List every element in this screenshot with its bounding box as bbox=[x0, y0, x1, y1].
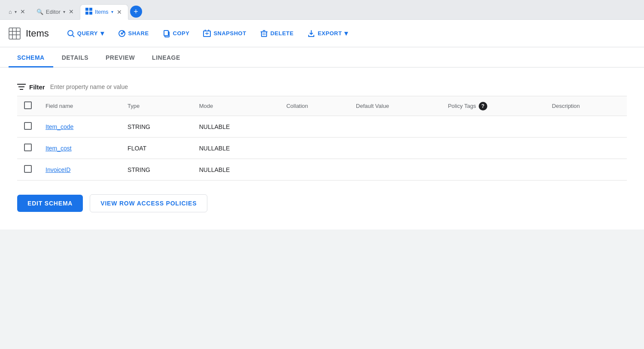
snapshot-label: SNAPSHOT bbox=[213, 30, 246, 37]
description-header: Description bbox=[545, 96, 627, 116]
tab-home[interactable]: ⌂ ▾ ✕ bbox=[3, 4, 31, 19]
field-name-header: Field name bbox=[39, 96, 121, 116]
row1-policy-tags bbox=[441, 116, 545, 138]
tab-preview[interactable]: PREVIEW bbox=[97, 47, 143, 67]
row3-type: STRING bbox=[121, 159, 192, 181]
tab-editor-close[interactable]: ✕ bbox=[68, 7, 75, 16]
view-row-access-button[interactable]: VIEW ROW ACCESS POLICIES bbox=[90, 194, 207, 212]
row1-checkbox[interactable] bbox=[24, 122, 32, 130]
row2-collation bbox=[279, 138, 349, 159]
select-all-checkbox[interactable] bbox=[24, 101, 32, 109]
items-tab-icon bbox=[85, 8, 92, 16]
query-dropdown-icon[interactable]: ▾ bbox=[100, 29, 104, 37]
row3-description bbox=[545, 159, 627, 181]
svg-rect-20 bbox=[261, 32, 267, 37]
svg-rect-4 bbox=[9, 28, 20, 39]
title-area: Items bbox=[9, 28, 49, 40]
edit-schema-button[interactable]: EDIT SCHEMA bbox=[17, 195, 83, 212]
copy-label: COPY bbox=[173, 30, 190, 37]
row3-mode: NULLABLE bbox=[192, 159, 279, 181]
row2-description bbox=[545, 138, 627, 159]
row3-default-value bbox=[349, 159, 441, 181]
share-label: SHARE bbox=[128, 30, 149, 37]
row1-type: STRING bbox=[121, 116, 192, 138]
row3-collation bbox=[279, 159, 349, 181]
collation-header: Collation bbox=[279, 96, 349, 116]
main-content: Filter Field name Type Mode Collatio bbox=[0, 67, 644, 230]
row2-field-name[interactable]: Item_cost bbox=[39, 138, 121, 159]
tab-home-close[interactable]: ✕ bbox=[19, 7, 26, 16]
tab-editor-label: Editor bbox=[46, 9, 61, 15]
tab-details[interactable]: DETAILS bbox=[53, 47, 97, 67]
tab-home-dropdown[interactable]: ▾ bbox=[15, 9, 17, 14]
bottom-buttons: EDIT SCHEMA VIEW ROW ACCESS POLICIES bbox=[17, 181, 627, 219]
export-icon bbox=[307, 30, 315, 37]
row2-checkbox-cell[interactable] bbox=[17, 138, 39, 159]
query-button[interactable]: QUERY ▾ bbox=[61, 26, 110, 41]
filter-bar: Filter bbox=[17, 78, 627, 96]
tab-items-label: Items bbox=[95, 9, 109, 15]
row1-mode: NULLABLE bbox=[192, 116, 279, 138]
query-icon bbox=[67, 30, 75, 37]
snapshot-button[interactable]: SNAPSHOT bbox=[197, 26, 252, 41]
table-row: Item_cost FLOAT NULLABLE bbox=[17, 138, 627, 159]
schema-table: Field name Type Mode Collation Default V… bbox=[17, 96, 627, 181]
row2-checkbox[interactable] bbox=[24, 144, 32, 151]
type-header: Type bbox=[121, 96, 192, 116]
row3-checkbox[interactable] bbox=[24, 165, 32, 173]
share-button[interactable]: SHARE bbox=[112, 26, 155, 41]
mode-header: Mode bbox=[192, 96, 279, 116]
select-all-header[interactable] bbox=[17, 96, 39, 116]
delete-icon bbox=[260, 30, 268, 37]
filter-label-area: Filter bbox=[17, 83, 45, 91]
row1-checkbox-cell[interactable] bbox=[17, 116, 39, 138]
svg-point-9 bbox=[68, 31, 73, 36]
row1-description bbox=[545, 116, 627, 138]
row1-collation bbox=[279, 116, 349, 138]
editor-icon: 🔍 bbox=[36, 9, 43, 15]
svg-rect-3 bbox=[89, 12, 92, 15]
page-title: Items bbox=[26, 28, 49, 39]
svg-line-10 bbox=[73, 35, 74, 37]
filter-label-text: Filter bbox=[29, 83, 45, 91]
svg-point-14 bbox=[122, 31, 125, 33]
row2-mode: NULLABLE bbox=[192, 138, 279, 159]
tab-editor[interactable]: 🔍 Editor ▾ ✕ bbox=[31, 4, 80, 19]
svg-rect-2 bbox=[85, 12, 88, 15]
export-label: EXPORT bbox=[318, 30, 342, 37]
add-tab-icon: + bbox=[134, 7, 138, 16]
svg-rect-1 bbox=[89, 8, 92, 11]
row3-checkbox-cell[interactable] bbox=[17, 159, 39, 181]
tab-bar: ⌂ ▾ ✕ 🔍 Editor ▾ ✕ Items ▾ ✕ + bbox=[0, 0, 644, 20]
tab-lineage[interactable]: LINEAGE bbox=[143, 47, 189, 67]
tab-schema[interactable]: SCHEMA bbox=[9, 47, 53, 67]
export-button[interactable]: EXPORT ▾ bbox=[301, 26, 354, 41]
home-icon: ⌂ bbox=[9, 9, 12, 15]
table-row: InvoiceID STRING NULLABLE bbox=[17, 159, 627, 181]
add-tab-button[interactable]: + bbox=[130, 6, 142, 18]
policy-tags-help-icon[interactable]: ? bbox=[479, 102, 487, 110]
filter-icon bbox=[17, 83, 26, 91]
table-grid-icon bbox=[9, 28, 21, 40]
svg-rect-0 bbox=[85, 8, 88, 11]
copy-icon bbox=[163, 30, 170, 37]
snapshot-icon bbox=[203, 30, 211, 37]
row3-policy-tags bbox=[441, 159, 545, 181]
table-row: Item_code STRING NULLABLE bbox=[17, 116, 627, 138]
tab-editor-dropdown[interactable]: ▾ bbox=[63, 9, 65, 14]
default-value-header: Default Value bbox=[349, 96, 441, 116]
row2-type: FLOAT bbox=[121, 138, 192, 159]
share-icon bbox=[118, 30, 126, 37]
row3-field-name[interactable]: InvoiceID bbox=[39, 159, 121, 181]
row1-default-value bbox=[349, 116, 441, 138]
export-dropdown-icon[interactable]: ▾ bbox=[344, 29, 348, 37]
delete-button[interactable]: DELETE bbox=[254, 26, 300, 41]
tab-items[interactable]: Items ▾ ✕ bbox=[80, 4, 128, 20]
filter-input[interactable] bbox=[50, 83, 179, 90]
nav-tabs: SCHEMA DETAILS PREVIEW LINEAGE bbox=[0, 47, 644, 67]
copy-button[interactable]: COPY bbox=[157, 26, 196, 41]
tab-items-close[interactable]: ✕ bbox=[116, 8, 123, 16]
row1-field-name[interactable]: Item_code bbox=[39, 116, 121, 138]
tab-items-dropdown[interactable]: ▾ bbox=[111, 9, 113, 14]
delete-label: DELETE bbox=[270, 30, 294, 37]
